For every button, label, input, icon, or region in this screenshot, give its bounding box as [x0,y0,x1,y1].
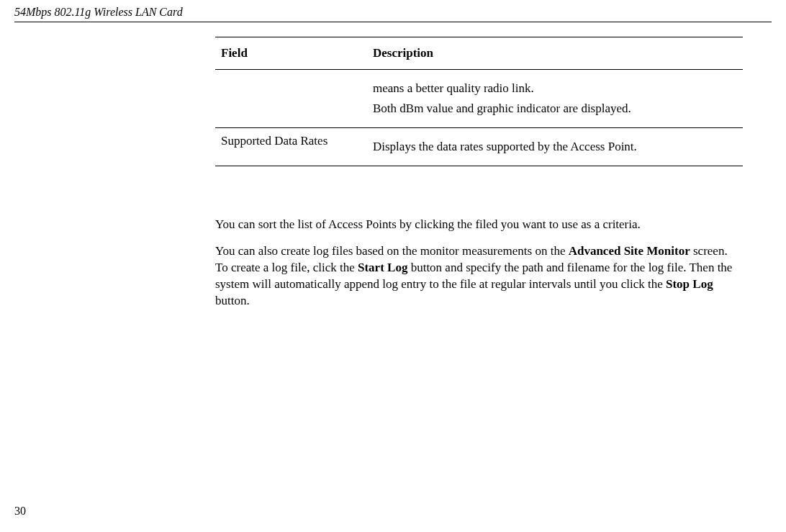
field-column-header: Field [215,37,367,70]
description-text: Both dBm value and graphic indicator are… [373,102,737,116]
description-text: means a better quality radio link. [373,81,737,96]
table-row: Supported Data Rates Displays the data r… [215,128,743,166]
body-text-section: You can sort the list of Access Points b… [215,217,743,310]
page-number: 30 [14,505,26,518]
description-cell: Displays the data rates supported by the… [367,128,743,166]
paragraph: You can also create log files based on t… [215,243,743,310]
description-cell: means a better quality radio link. Both … [367,70,743,128]
field-cell [215,70,367,128]
content-area: Field Description means a better quality… [215,37,743,310]
paragraph-text: button. [215,294,250,307]
table-row: means a better quality radio link. Both … [215,70,743,128]
description-column-header: Description [367,37,743,70]
table-header-row: Field Description [215,37,743,70]
description-text: Displays the data rates supported by the… [373,140,737,154]
bold-term: Advanced Site Monitor [569,244,690,258]
header-divider [14,22,772,22]
field-description-table: Field Description means a better quality… [215,37,743,166]
paragraph: You can sort the list of Access Points b… [215,217,743,233]
field-cell: Supported Data Rates [215,128,367,166]
document-title: 54Mbps 802.11g Wireless LAN Card [14,6,183,18]
bold-term: Stop Log [666,277,713,291]
bold-term: Start Log [358,261,407,274]
paragraph-text: You can also create log files based on t… [215,244,569,258]
paragraph-text: You can sort the list of Access Points b… [215,217,641,231]
document-header: 54Mbps 802.11g Wireless LAN Card [0,0,786,22]
